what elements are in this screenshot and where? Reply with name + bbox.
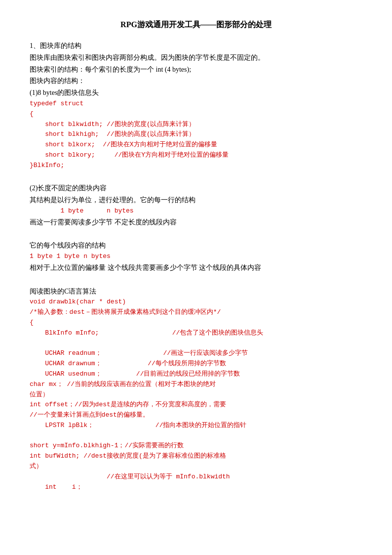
line-4: (1)8 bytes的图块信息头 (30, 87, 362, 99)
code-drawnum: UCHAR drawnum； //每个线段所用掉的字节数 (30, 359, 362, 369)
line-2: 图块索引的结构：每个索引的长度为一个 int (4 bytes); (30, 64, 362, 76)
code-open-brace: { (30, 318, 362, 328)
line-9 (30, 228, 362, 240)
line-10: 它的每个线段内容的结构 (30, 240, 362, 252)
line-6: (2)长度不固定的图块内容 (30, 182, 362, 194)
code-comment: /*输入参数：dest－图块将展开成像素格式到这个目的缓冲区内*/ (30, 307, 362, 318)
page-title: RPG游戏通用开发工具——图形部分的处理 (30, 20, 362, 30)
code-blkinfo: BlkInfo mInfo; //包含了这个图块的图块信息头 (30, 328, 362, 339)
code-lpblk: LPSTR lpBlk； //指向本图块的开始位置的指针 (30, 421, 362, 431)
line-3: 图块内容的结构： (30, 75, 362, 87)
code-offset-wrap: int offset；//因为dest是连续的内存，不分宽度和高度的，需要 //… (30, 400, 362, 421)
code-row-structure: 1 byte n bytes (30, 206, 362, 216)
code-blank1 (30, 339, 362, 349)
code-segment-structure: 1 byte 1 byte n bytes (30, 252, 362, 262)
code-mx-wrap: char mx； //当前的线段应该画在的位置（相对于本图块的绝对位置） (30, 380, 362, 400)
page-container: RPG游戏通用开发工具——图形部分的处理 1、图块库的结构 图块库由图块索引和图… (30, 20, 362, 492)
line-5 (30, 171, 362, 183)
section1-heading: 1、图块库的结构 (30, 40, 362, 52)
line-11: 相对于上次位置的偏移量 这个线段共需要画多少个字节 这个线段的具体内容 (30, 262, 362, 274)
code-function-sig: void drawblk(char * dest) (30, 297, 362, 307)
line-1: 图块库由图块索引和图块内容两部分构成。因为图块的字节长度是不固定的。 (30, 52, 362, 64)
code-i: int i； (30, 482, 362, 493)
code-bufwidth-wrap: int bufWidth; //dest接收的宽度(是为了兼容标准位图的标准格式… (30, 451, 362, 472)
line-7: 其结构是以行为单位，进行处理的。它的每一行的结构 (30, 194, 362, 206)
line-13: 阅读图块的C语言算法 (30, 286, 362, 298)
code-usednum: UCHAR usednum； //目前画过的线段已经用掉的字节数 (30, 369, 362, 380)
line-12 (30, 274, 362, 286)
code-readnum: UCHAR readnum； //画这一行应该阅读多少字节 (30, 348, 362, 359)
main-content: 1、图块库的结构 图块库由图块索引和图块内容两部分构成。因为图块的字节长度是不固… (30, 40, 362, 492)
code-blkwidth-comment: //在这里可以认为等于 mInfo.blkwidth (30, 472, 362, 482)
code-typedef: typedef struct { short blkwidth; //图块的宽度… (30, 99, 362, 171)
code-y-wrap: short y=mInfo.blkhigh-1；//实际需要画的行数 (30, 441, 362, 451)
line-8: 画这一行需要阅读多少字节 不定长度的线段内容 (30, 216, 362, 228)
code-blank2 (30, 431, 362, 441)
